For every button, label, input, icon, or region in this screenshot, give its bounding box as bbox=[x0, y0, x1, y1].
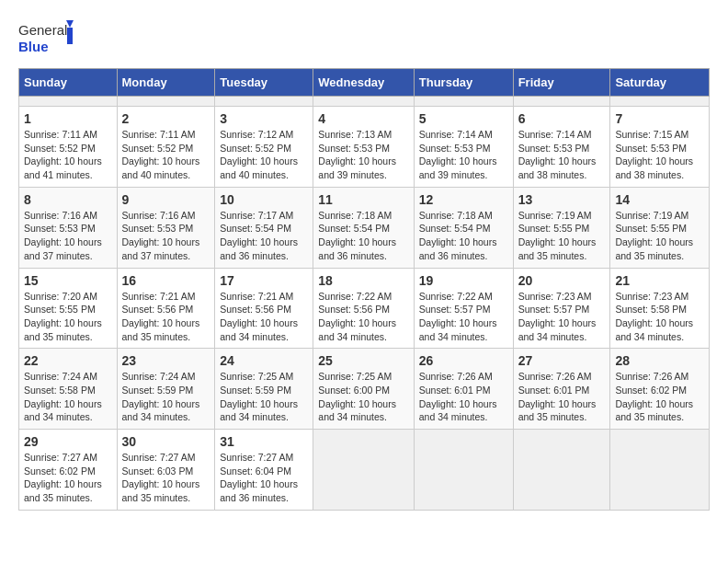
day-info: Sunrise: 7:21 AM Sunset: 5:56 PM Dayligh… bbox=[122, 290, 210, 344]
day-info: Sunrise: 7:24 AM Sunset: 5:58 PM Dayligh… bbox=[24, 370, 112, 424]
day-number: 9 bbox=[122, 192, 210, 207]
day-info: Sunrise: 7:18 AM Sunset: 5:54 PM Dayligh… bbox=[419, 209, 508, 263]
day-number: 1 bbox=[24, 111, 112, 126]
day-number: 6 bbox=[518, 111, 606, 126]
calendar-day-cell bbox=[414, 430, 513, 511]
day-info: Sunrise: 7:11 AM Sunset: 5:52 PM Dayligh… bbox=[122, 128, 210, 182]
calendar-day-cell bbox=[610, 97, 710, 107]
calendar-body: 1Sunrise: 7:11 AM Sunset: 5:52 PM Daylig… bbox=[19, 97, 710, 511]
calendar-day-cell: 1Sunrise: 7:11 AM Sunset: 5:52 PM Daylig… bbox=[19, 107, 118, 188]
calendar-day-cell: 9Sunrise: 7:16 AM Sunset: 5:53 PM Daylig… bbox=[117, 187, 215, 268]
day-number: 20 bbox=[518, 273, 606, 288]
day-info: Sunrise: 7:14 AM Sunset: 5:53 PM Dayligh… bbox=[518, 128, 606, 182]
calendar-day-header: Tuesday bbox=[215, 69, 313, 97]
svg-rect-3 bbox=[67, 28, 73, 44]
calendar-day-cell: 6Sunrise: 7:14 AM Sunset: 5:53 PM Daylig… bbox=[513, 107, 610, 188]
day-number: 14 bbox=[615, 192, 704, 207]
day-number: 12 bbox=[419, 192, 508, 207]
calendar-day-cell: 5Sunrise: 7:14 AM Sunset: 5:53 PM Daylig… bbox=[414, 107, 513, 188]
calendar-header-row: SundayMondayTuesdayWednesdayThursdayFrid… bbox=[19, 69, 710, 97]
day-info: Sunrise: 7:16 AM Sunset: 5:53 PM Dayligh… bbox=[122, 209, 210, 263]
calendar-day-cell: 19Sunrise: 7:22 AM Sunset: 5:57 PM Dayli… bbox=[414, 268, 513, 349]
calendar-day-cell: 16Sunrise: 7:21 AM Sunset: 5:56 PM Dayli… bbox=[117, 268, 215, 349]
calendar-table: SundayMondayTuesdayWednesdayThursdayFrid… bbox=[18, 68, 710, 511]
day-number: 5 bbox=[419, 111, 508, 126]
day-number: 18 bbox=[318, 273, 408, 288]
calendar-day-cell: 3Sunrise: 7:12 AM Sunset: 5:52 PM Daylig… bbox=[215, 107, 313, 188]
calendar-day-cell: 11Sunrise: 7:18 AM Sunset: 5:54 PM Dayli… bbox=[313, 187, 414, 268]
calendar-day-cell: 23Sunrise: 7:24 AM Sunset: 5:59 PM Dayli… bbox=[117, 349, 215, 430]
calendar-day-cell: 4Sunrise: 7:13 AM Sunset: 5:53 PM Daylig… bbox=[313, 107, 414, 188]
calendar-day-cell bbox=[513, 97, 610, 107]
calendar-day-header: Friday bbox=[513, 69, 610, 97]
calendar-week-row: 1Sunrise: 7:11 AM Sunset: 5:52 PM Daylig… bbox=[19, 107, 710, 188]
logo-svg: GeneralBlue bbox=[18, 18, 74, 59]
day-info: Sunrise: 7:12 AM Sunset: 5:52 PM Dayligh… bbox=[220, 128, 308, 182]
day-number: 7 bbox=[615, 111, 704, 126]
calendar-day-header: Monday bbox=[117, 69, 215, 97]
day-info: Sunrise: 7:13 AM Sunset: 5:53 PM Dayligh… bbox=[318, 128, 408, 182]
calendar-day-cell: 20Sunrise: 7:23 AM Sunset: 5:57 PM Dayli… bbox=[513, 268, 610, 349]
day-info: Sunrise: 7:19 AM Sunset: 5:55 PM Dayligh… bbox=[615, 209, 704, 263]
day-number: 28 bbox=[615, 353, 704, 368]
day-number: 30 bbox=[122, 434, 210, 449]
day-number: 3 bbox=[220, 111, 308, 126]
day-info: Sunrise: 7:14 AM Sunset: 5:53 PM Dayligh… bbox=[419, 128, 508, 182]
day-number: 10 bbox=[220, 192, 308, 207]
calendar-day-cell bbox=[513, 430, 610, 511]
calendar-week-row: 8Sunrise: 7:16 AM Sunset: 5:53 PM Daylig… bbox=[19, 187, 710, 268]
calendar-week-row: 29Sunrise: 7:27 AM Sunset: 6:02 PM Dayli… bbox=[19, 430, 710, 511]
calendar-day-cell: 22Sunrise: 7:24 AM Sunset: 5:58 PM Dayli… bbox=[19, 349, 118, 430]
calendar-day-cell bbox=[19, 97, 118, 107]
calendar-day-cell bbox=[313, 97, 414, 107]
svg-text:General: General bbox=[18, 22, 67, 38]
day-info: Sunrise: 7:21 AM Sunset: 5:56 PM Dayligh… bbox=[220, 290, 308, 344]
day-info: Sunrise: 7:20 AM Sunset: 5:55 PM Dayligh… bbox=[24, 290, 112, 344]
day-number: 23 bbox=[122, 353, 210, 368]
day-info: Sunrise: 7:16 AM Sunset: 5:53 PM Dayligh… bbox=[24, 209, 112, 263]
day-number: 26 bbox=[419, 353, 508, 368]
calendar-day-header: Thursday bbox=[414, 69, 513, 97]
calendar-week-row bbox=[19, 97, 710, 107]
day-number: 4 bbox=[318, 111, 408, 126]
calendar-day-cell: 28Sunrise: 7:26 AM Sunset: 6:02 PM Dayli… bbox=[610, 349, 710, 430]
calendar-day-cell: 7Sunrise: 7:15 AM Sunset: 5:53 PM Daylig… bbox=[610, 107, 710, 188]
calendar-week-row: 22Sunrise: 7:24 AM Sunset: 5:58 PM Dayli… bbox=[19, 349, 710, 430]
day-number: 16 bbox=[122, 273, 210, 288]
calendar-day-cell bbox=[414, 97, 513, 107]
calendar-day-cell: 12Sunrise: 7:18 AM Sunset: 5:54 PM Dayli… bbox=[414, 187, 513, 268]
calendar-day-cell: 21Sunrise: 7:23 AM Sunset: 5:58 PM Dayli… bbox=[610, 268, 710, 349]
calendar-day-cell bbox=[117, 97, 215, 107]
day-info: Sunrise: 7:18 AM Sunset: 5:54 PM Dayligh… bbox=[318, 209, 408, 263]
day-number: 13 bbox=[518, 192, 606, 207]
day-info: Sunrise: 7:26 AM Sunset: 6:02 PM Dayligh… bbox=[615, 370, 704, 424]
calendar-day-cell: 29Sunrise: 7:27 AM Sunset: 6:02 PM Dayli… bbox=[19, 430, 118, 511]
day-info: Sunrise: 7:22 AM Sunset: 5:56 PM Dayligh… bbox=[318, 290, 408, 344]
day-info: Sunrise: 7:23 AM Sunset: 5:58 PM Dayligh… bbox=[615, 290, 704, 344]
day-number: 2 bbox=[122, 111, 210, 126]
calendar-day-cell: 18Sunrise: 7:22 AM Sunset: 5:56 PM Dayli… bbox=[313, 268, 414, 349]
day-info: Sunrise: 7:22 AM Sunset: 5:57 PM Dayligh… bbox=[419, 290, 508, 344]
calendar-day-cell bbox=[610, 430, 710, 511]
day-info: Sunrise: 7:17 AM Sunset: 5:54 PM Dayligh… bbox=[220, 209, 308, 263]
calendar-day-cell: 30Sunrise: 7:27 AM Sunset: 6:03 PM Dayli… bbox=[117, 430, 215, 511]
calendar-day-header: Wednesday bbox=[313, 69, 414, 97]
day-info: Sunrise: 7:23 AM Sunset: 5:57 PM Dayligh… bbox=[518, 290, 606, 344]
calendar-day-cell: 8Sunrise: 7:16 AM Sunset: 5:53 PM Daylig… bbox=[19, 187, 118, 268]
day-info: Sunrise: 7:25 AM Sunset: 6:00 PM Dayligh… bbox=[318, 370, 408, 424]
calendar-day-cell: 27Sunrise: 7:26 AM Sunset: 6:01 PM Dayli… bbox=[513, 349, 610, 430]
calendar-day-cell: 17Sunrise: 7:21 AM Sunset: 5:56 PM Dayli… bbox=[215, 268, 313, 349]
logo: GeneralBlue bbox=[18, 18, 74, 59]
calendar-day-cell bbox=[215, 97, 313, 107]
day-info: Sunrise: 7:15 AM Sunset: 5:53 PM Dayligh… bbox=[615, 128, 704, 182]
calendar-day-cell: 13Sunrise: 7:19 AM Sunset: 5:55 PM Dayli… bbox=[513, 187, 610, 268]
day-number: 25 bbox=[318, 353, 408, 368]
day-info: Sunrise: 7:11 AM Sunset: 5:52 PM Dayligh… bbox=[24, 128, 112, 182]
calendar-day-header: Saturday bbox=[610, 69, 710, 97]
calendar-day-header: Sunday bbox=[19, 69, 118, 97]
calendar-day-cell: 10Sunrise: 7:17 AM Sunset: 5:54 PM Dayli… bbox=[215, 187, 313, 268]
day-info: Sunrise: 7:27 AM Sunset: 6:02 PM Dayligh… bbox=[24, 451, 112, 505]
day-number: 22 bbox=[24, 353, 112, 368]
day-number: 11 bbox=[318, 192, 408, 207]
calendar-day-cell: 31Sunrise: 7:27 AM Sunset: 6:04 PM Dayli… bbox=[215, 430, 313, 511]
